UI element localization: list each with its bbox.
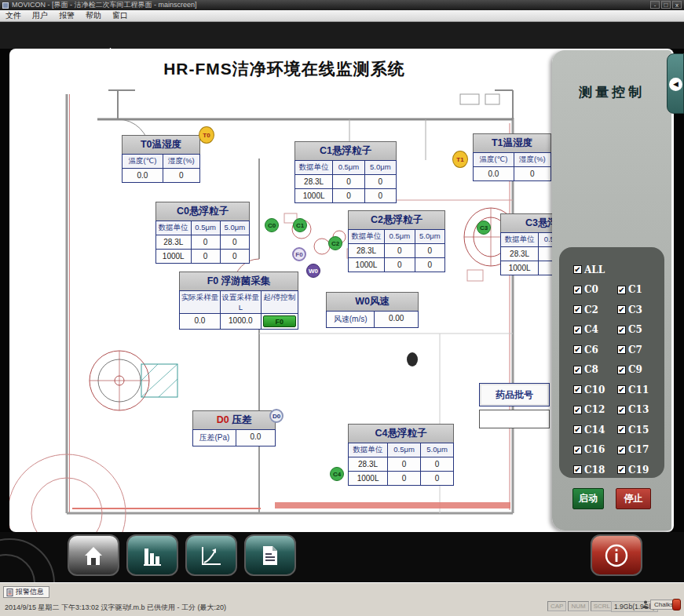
data-cell: 1000L (156, 250, 191, 263)
panel-d0: D0 压差 压差(Pa)0.0 (192, 410, 276, 447)
panel-d0-table: 压差(Pa)0.0 (192, 429, 276, 447)
checkbox-c3[interactable]: ✔C3 (617, 301, 661, 318)
data-cell: 0 (388, 457, 420, 471)
checkbox-c11[interactable]: ✔C11 (617, 381, 661, 398)
checkbox-label: ALL (584, 264, 605, 275)
panel-c2-table: 数据单位0.5μm5.0μm28.3L001000L00 (348, 229, 445, 272)
f0-col-setpoint: 设置采样量L (221, 291, 261, 313)
minimize-button[interactable]: - (650, 1, 660, 9)
f0-setpoint-value: 1000.0 (221, 314, 261, 329)
checkbox-c7[interactable]: ✔C7 (617, 341, 661, 358)
checkbox-c1[interactable]: ✔C1 (617, 282, 661, 298)
checkbox-c18[interactable]: ✔C18 (573, 461, 617, 478)
home-button[interactable] (68, 534, 119, 576)
d0-name: 压差 (232, 414, 251, 425)
data-cell: 0 (365, 189, 396, 202)
batch-number-input[interactable] (479, 410, 550, 428)
f0-col-control: 起/停控制 (262, 291, 298, 313)
data-cell: 28.3L (501, 247, 538, 261)
col-header: 数据单位 (156, 221, 191, 235)
data-cell: 0 (421, 457, 453, 471)
checkbox-c4[interactable]: ✔C4 (573, 322, 617, 338)
data-cell: 0.0 (474, 167, 514, 180)
data-cell: 0.0 (236, 430, 275, 446)
application-window: MOVICON - [界面 - 洁净检二次车间工程界面 - mainscreen… (0, 0, 684, 616)
stop-button[interactable]: 停止 (616, 488, 651, 509)
report-button[interactable] (244, 534, 296, 576)
trend-curve-button[interactable] (185, 534, 237, 576)
checkbox-mark: ✔ (617, 366, 626, 374)
checkbox-c15[interactable]: ✔C15 (617, 421, 661, 438)
bar-chart-button[interactable] (126, 534, 178, 576)
checkbox-c0[interactable]: ✔C0 (573, 282, 617, 298)
checkbox-c9[interactable]: ✔C9 (617, 362, 661, 378)
checkbox-c16[interactable]: ✔C16 (573, 442, 617, 458)
checkbox-c12[interactable]: ✔C12 (573, 402, 617, 418)
menu-file[interactable]: 文件 (5, 10, 21, 21)
sensor-badge-c2: C2 (328, 236, 342, 250)
checkbox-label: C1 (628, 284, 642, 295)
menu-window[interactable]: 窗口 (112, 10, 128, 21)
col-header: 0.5μm (333, 161, 364, 174)
sensor-badge-c3: C3 (477, 221, 491, 235)
checkbox-c14[interactable]: ✔C14 (573, 421, 617, 438)
checkbox-all[interactable]: ✔ALL (573, 261, 661, 278)
checkbox-mark: ✔ (573, 385, 582, 394)
panel-t1-title: T1温湿度 (473, 133, 551, 152)
channel-select-panel: ✔ALL✔C0✔C1✔C2✔C3✔C4✔C5✔C6✔C7✔C8✔C9✔C10✔C… (559, 247, 664, 478)
checkbox-c2[interactable]: ✔C2 (573, 301, 617, 318)
taskbar-alert-icon[interactable] (672, 599, 681, 611)
scroll-lock-indicator: SCRL (591, 601, 613, 611)
menu-alarm[interactable]: 报警 (59, 10, 75, 21)
checkbox-label: C12 (584, 404, 605, 415)
data-cell: 0 (415, 244, 445, 257)
data-cell: 0 (221, 235, 249, 249)
checkbox-c5[interactable]: ✔C5 (617, 322, 661, 338)
checkbox-mark: ✔ (573, 265, 582, 274)
checkbox-mark: ✔ (617, 425, 626, 434)
bar-chart-icon (141, 544, 164, 567)
checkbox-label: C0 (584, 284, 598, 295)
maximize-button[interactable]: □ (661, 1, 671, 9)
data-cell: 0 (385, 258, 415, 272)
checkbox-label: C5 (628, 324, 642, 335)
alarm-log-tab[interactable]: 报警信息 (3, 586, 49, 598)
info-page-button[interactable] (591, 534, 642, 576)
data-cell: 1000L (349, 258, 384, 272)
checkbox-mark: ✔ (617, 326, 626, 334)
checkbox-c8[interactable]: ✔C8 (573, 362, 617, 378)
checkbox-c17[interactable]: ✔C17 (617, 442, 661, 458)
close-button[interactable]: x (672, 1, 682, 9)
f0-start-stop-button[interactable]: F0 (263, 315, 296, 327)
sidebar-title: 测量控制 (552, 83, 671, 101)
col-header: 5.0μm (221, 221, 249, 235)
back-arrow-icon: ◀ (669, 78, 682, 91)
col-header: 温度(℃) (123, 155, 163, 168)
checkbox-c13[interactable]: ✔C13 (617, 402, 661, 418)
panel-c1-title: C1悬浮粒子 (294, 141, 397, 160)
col-header: 0.5μm (388, 443, 420, 457)
col-header: 湿度(%) (163, 155, 199, 168)
menu-user[interactable]: 用户 (32, 10, 48, 21)
f0-col-actual: 实际采样量 (180, 291, 220, 313)
status-toolbar: 报警状态 0 192.168.3.46 登录 注销 15:19:04 (0, 22, 684, 49)
f0-actual-value: 0.0 (180, 314, 220, 329)
data-cell: 0 (365, 175, 396, 188)
checkbox-c19[interactable]: ✔C19 (617, 461, 661, 478)
panel-t0: T0温湿度 温度(℃)湿度(%)0.00 (122, 135, 200, 183)
checkbox-label: C10 (584, 385, 605, 395)
data-cell: 1000L (349, 472, 387, 485)
sidebar-collapse-tab[interactable]: ◀ (667, 53, 684, 114)
data-cell: 28.3L (295, 175, 332, 188)
checkbox-mark: ✔ (573, 465, 582, 474)
panel-c4: C4悬浮粒子 数据单位0.5μm5.0μm28.3L001000L00 (348, 424, 454, 486)
checkbox-mark: ✔ (617, 385, 626, 394)
checkbox-c6[interactable]: ✔C6 (573, 341, 617, 358)
menu-help[interactable]: 帮助 (86, 10, 101, 21)
start-button[interactable]: 启动 (572, 488, 604, 509)
sensor-badge-t0: T0 (199, 126, 214, 144)
checkbox-c10[interactable]: ✔C10 (573, 381, 617, 398)
checkbox-mark: ✔ (573, 366, 582, 374)
sensor-badge-f0: F0 (292, 247, 306, 261)
checkbox-label: C3 (628, 304, 642, 315)
